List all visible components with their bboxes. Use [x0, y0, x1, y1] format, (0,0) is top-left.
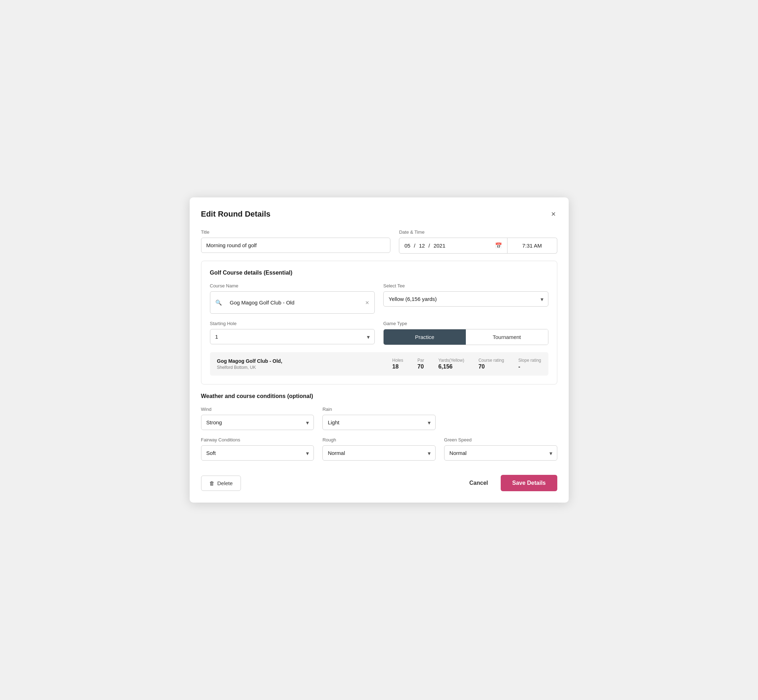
datetime-group: Date & Time 05 / 12 / 2021 📅 7:31 AM	[399, 230, 557, 254]
course-location: Shelford Bottom, UK	[217, 365, 378, 370]
delete-label: Delete	[218, 480, 233, 486]
select-tee-select[interactable]: Yellow (6,156 yards) White Red Blue	[383, 291, 548, 306]
rough-select[interactable]: Short Normal Long Very Long	[323, 445, 435, 461]
yards-stat: Yards(Yellow) 6,156	[439, 358, 464, 370]
fairway-wrap: Firm Normal Soft Wet	[201, 445, 314, 461]
save-button[interactable]: Save Details	[501, 475, 557, 491]
wind-rain-row: Wind Calm Light Moderate Strong Very Str…	[201, 406, 557, 430]
rain-select[interactable]: None Light Moderate Heavy	[323, 415, 435, 430]
course-name-input-wrap[interactable]: 🔍 ✕	[210, 291, 375, 314]
hole-gametype-row: Starting Hole 1 2 3 Game Type Practice T…	[210, 321, 548, 345]
datetime-label: Date & Time	[399, 230, 557, 235]
green-speed-select[interactable]: Slow Normal Fast Very Fast	[444, 445, 557, 461]
wind-label: Wind	[201, 406, 314, 412]
slope-rating-value: -	[518, 364, 520, 370]
game-type-label: Game Type	[383, 321, 548, 326]
date-month: 05	[404, 242, 410, 248]
time-field[interactable]: 7:31 AM	[507, 238, 557, 254]
fairway-label: Fairway Conditions	[201, 437, 314, 442]
golf-course-section-title: Golf Course details (Essential)	[210, 270, 548, 276]
starting-hole-label: Starting Hole	[210, 321, 375, 326]
rough-wrap: Short Normal Long Very Long	[323, 445, 435, 461]
slope-rating-stat: Slope rating -	[518, 358, 541, 370]
slope-rating-label: Slope rating	[518, 358, 541, 363]
course-name-group: Course Name 🔍 ✕	[210, 283, 375, 314]
select-tee-label: Select Tee	[383, 283, 548, 289]
select-tee-wrap: Yellow (6,156 yards) White Red Blue	[383, 291, 548, 306]
calendar-icon[interactable]: 📅	[495, 242, 502, 249]
course-tee-row: Course Name 🔍 ✕ Select Tee Yellow (6,156…	[210, 283, 548, 314]
title-input[interactable]	[201, 238, 391, 253]
wind-group: Wind Calm Light Moderate Strong Very Str…	[201, 406, 314, 430]
yards-label: Yards(Yellow)	[439, 358, 464, 363]
time-value: 7:31 AM	[522, 242, 542, 248]
starting-hole-group: Starting Hole 1 2 3	[210, 321, 375, 345]
tournament-button[interactable]: Tournament	[466, 330, 548, 345]
rain-group: Rain None Light Moderate Heavy	[323, 406, 435, 430]
course-rating-label: Course rating	[478, 358, 504, 363]
fairway-select[interactable]: Firm Normal Soft Wet	[201, 445, 314, 461]
wind-wrap: Calm Light Moderate Strong Very Strong	[201, 415, 314, 430]
edit-round-modal: Edit Round Details × Title Date & Time 0…	[190, 197, 568, 503]
course-rating-stat: Course rating 70	[478, 358, 504, 370]
par-label: Par	[417, 358, 424, 363]
date-sep2: /	[429, 242, 430, 248]
weather-section: Weather and course conditions (optional)…	[201, 393, 557, 461]
holes-stat: Holes 18	[392, 358, 403, 370]
date-time-wrap: 05 / 12 / 2021 📅 7:31 AM	[399, 238, 557, 254]
delete-button[interactable]: 🗑 Delete	[201, 475, 241, 491]
date-field[interactable]: 05 / 12 / 2021 📅	[399, 238, 507, 254]
rain-spacer	[444, 406, 557, 430]
yards-value: 6,156	[439, 364, 453, 370]
date-sep1: /	[414, 242, 415, 248]
cancel-button[interactable]: Cancel	[464, 475, 493, 491]
close-button[interactable]: ×	[550, 209, 557, 219]
fairway-rough-green-row: Fairway Conditions Firm Normal Soft Wet …	[201, 437, 557, 461]
title-label: Title	[201, 230, 391, 235]
game-type-toggle: Practice Tournament	[383, 329, 548, 345]
clear-icon[interactable]: ✕	[365, 300, 370, 306]
modal-header: Edit Round Details ×	[201, 209, 557, 219]
rain-wrap: None Light Moderate Heavy	[323, 415, 435, 430]
title-group: Title	[201, 230, 391, 254]
course-rating-value: 70	[478, 364, 485, 370]
weather-section-title: Weather and course conditions (optional)	[201, 393, 557, 400]
footer-right: Cancel Save Details	[464, 475, 557, 491]
par-stat: Par 70	[417, 358, 424, 370]
select-tee-group: Select Tee Yellow (6,156 yards) White Re…	[383, 283, 548, 314]
rough-group: Rough Short Normal Long Very Long	[323, 437, 435, 461]
practice-button[interactable]: Practice	[384, 330, 466, 345]
golf-course-section: Golf Course details (Essential) Course N…	[201, 261, 557, 384]
green-speed-label: Green Speed	[444, 437, 557, 442]
search-icon: 🔍	[215, 300, 222, 306]
green-speed-group: Green Speed Slow Normal Fast Very Fast	[444, 437, 557, 461]
course-name-display: Gog Magog Golf Club - Old,	[217, 358, 378, 364]
fairway-group: Fairway Conditions Firm Normal Soft Wet	[201, 437, 314, 461]
course-name-label: Course Name	[210, 283, 375, 289]
rough-label: Rough	[323, 437, 435, 442]
starting-hole-wrap: 1 2 3	[210, 329, 375, 344]
date-year: 2021	[434, 242, 445, 248]
green-speed-wrap: Slow Normal Fast Very Fast	[444, 445, 557, 461]
holes-label: Holes	[392, 358, 403, 363]
par-value: 70	[417, 364, 424, 370]
starting-hole-select[interactable]: 1 2 3	[210, 329, 375, 344]
holes-value: 18	[392, 364, 399, 370]
modal-title: Edit Round Details	[201, 209, 271, 219]
course-info-name: Gog Magog Golf Club - Old, Shelford Bott…	[217, 358, 378, 370]
title-date-row: Title Date & Time 05 / 12 / 2021 📅 7:31 …	[201, 230, 557, 254]
game-type-group: Game Type Practice Tournament	[383, 321, 548, 345]
course-name-input[interactable]	[225, 295, 363, 310]
footer-row: 🗑 Delete Cancel Save Details	[201, 469, 557, 491]
date-day: 12	[419, 242, 425, 248]
trash-icon: 🗑	[209, 480, 215, 486]
rain-label: Rain	[323, 406, 435, 412]
wind-select[interactable]: Calm Light Moderate Strong Very Strong	[201, 415, 314, 430]
course-info-bar: Gog Magog Golf Club - Old, Shelford Bott…	[210, 352, 548, 376]
